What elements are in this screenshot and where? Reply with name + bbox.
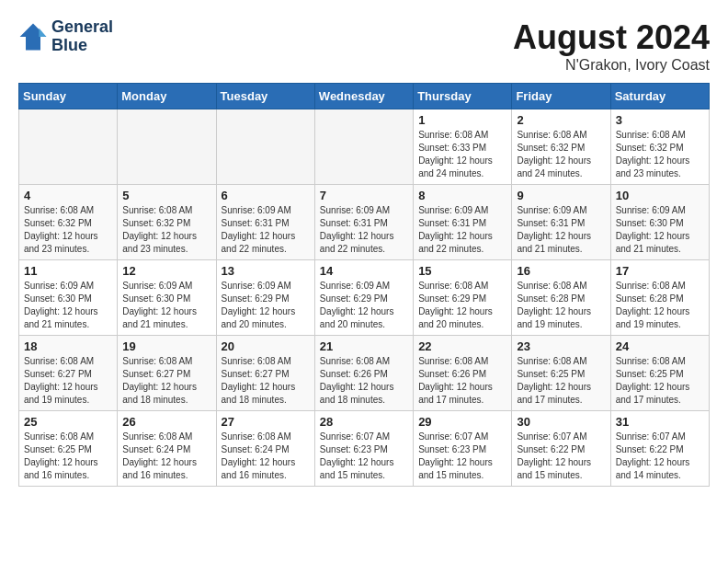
day-number: 8 <box>418 189 506 202</box>
day-info: Sunrise: 6:09 AM Sunset: 6:30 PM Dayligh… <box>24 280 112 331</box>
calendar-cell: 3Sunrise: 6:08 AM Sunset: 6:32 PM Daylig… <box>610 109 709 185</box>
day-info: Sunrise: 6:08 AM Sunset: 6:32 PM Dayligh… <box>616 129 704 180</box>
day-info: Sunrise: 6:07 AM Sunset: 6:23 PM Dayligh… <box>418 431 506 482</box>
calendar-cell: 10Sunrise: 6:09 AM Sunset: 6:30 PM Dayli… <box>610 185 709 260</box>
calendar-table: SundayMondayTuesdayWednesdayThursdayFrid… <box>18 83 710 487</box>
day-number: 21 <box>320 339 408 353</box>
day-info: Sunrise: 6:08 AM Sunset: 6:27 PM Dayligh… <box>122 355 210 407</box>
day-number: 16 <box>517 264 605 278</box>
svg-marker-1 <box>39 28 46 37</box>
calendar-week-row: 4Sunrise: 6:08 AM Sunset: 6:32 PM Daylig… <box>19 185 710 260</box>
calendar-cell: 9Sunrise: 6:09 AM Sunset: 6:31 PM Daylig… <box>512 185 610 260</box>
calendar-cell: 30Sunrise: 6:07 AM Sunset: 6:22 PM Dayli… <box>512 411 610 487</box>
calendar-week-row: 11Sunrise: 6:09 AM Sunset: 6:30 PM Dayli… <box>19 260 710 336</box>
calendar-cell: 6Sunrise: 6:09 AM Sunset: 6:31 PM Daylig… <box>216 185 314 260</box>
calendar-cell: 16Sunrise: 6:08 AM Sunset: 6:28 PM Dayli… <box>512 260 610 336</box>
calendar-cell: 25Sunrise: 6:08 AM Sunset: 6:25 PM Dayli… <box>19 411 118 487</box>
day-number: 19 <box>122 339 210 353</box>
weekday-header: Friday <box>512 84 610 109</box>
logo-icon <box>18 22 48 52</box>
day-number: 29 <box>418 415 506 429</box>
day-number: 23 <box>517 339 605 353</box>
calendar-cell <box>314 109 413 185</box>
calendar-cell: 28Sunrise: 6:07 AM Sunset: 6:23 PM Dayli… <box>314 411 413 487</box>
calendar-cell: 12Sunrise: 6:09 AM Sunset: 6:30 PM Dayli… <box>118 260 216 336</box>
day-number: 10 <box>616 189 704 202</box>
day-info: Sunrise: 6:07 AM Sunset: 6:22 PM Dayligh… <box>517 431 605 482</box>
calendar-week-row: 25Sunrise: 6:08 AM Sunset: 6:25 PM Dayli… <box>19 411 710 487</box>
day-number: 1 <box>418 113 506 127</box>
day-number: 6 <box>222 189 310 202</box>
calendar-cell <box>118 109 216 185</box>
weekday-header: Tuesday <box>216 84 314 109</box>
calendar-cell: 2Sunrise: 6:08 AM Sunset: 6:32 PM Daylig… <box>512 109 610 185</box>
day-info: Sunrise: 6:08 AM Sunset: 6:27 PM Dayligh… <box>222 355 310 407</box>
day-number: 25 <box>24 415 112 429</box>
day-info: Sunrise: 6:07 AM Sunset: 6:22 PM Dayligh… <box>616 431 704 482</box>
day-info: Sunrise: 6:09 AM Sunset: 6:31 PM Dayligh… <box>320 204 408 256</box>
day-number: 18 <box>24 339 112 353</box>
calendar-cell: 4Sunrise: 6:08 AM Sunset: 6:32 PM Daylig… <box>19 185 118 260</box>
day-info: Sunrise: 6:08 AM Sunset: 6:27 PM Dayligh… <box>24 355 112 407</box>
title-block: August 2024 N'Grakon, Ivory Coast <box>513 18 710 74</box>
day-info: Sunrise: 6:08 AM Sunset: 6:29 PM Dayligh… <box>418 280 506 331</box>
weekday-header: Saturday <box>610 84 709 109</box>
day-info: Sunrise: 6:08 AM Sunset: 6:26 PM Dayligh… <box>418 355 506 407</box>
day-info: Sunrise: 6:09 AM Sunset: 6:30 PM Dayligh… <box>616 204 704 256</box>
day-number: 15 <box>418 264 506 278</box>
calendar-cell: 18Sunrise: 6:08 AM Sunset: 6:27 PM Dayli… <box>19 336 118 411</box>
day-info: Sunrise: 6:08 AM Sunset: 6:28 PM Dayligh… <box>616 280 704 331</box>
day-number: 14 <box>320 264 408 278</box>
page-header: General Blue August 2024 N'Grakon, Ivory… <box>18 18 710 74</box>
day-info: Sunrise: 6:09 AM Sunset: 6:29 PM Dayligh… <box>320 280 408 331</box>
day-number: 26 <box>122 415 210 429</box>
calendar-cell: 29Sunrise: 6:07 AM Sunset: 6:23 PM Dayli… <box>414 411 512 487</box>
day-info: Sunrise: 6:07 AM Sunset: 6:23 PM Dayligh… <box>320 431 408 482</box>
calendar-cell: 23Sunrise: 6:08 AM Sunset: 6:25 PM Dayli… <box>512 336 610 411</box>
day-number: 7 <box>320 189 408 202</box>
day-number: 9 <box>517 189 605 202</box>
day-number: 5 <box>122 189 210 202</box>
calendar-cell: 24Sunrise: 6:08 AM Sunset: 6:25 PM Dayli… <box>610 336 709 411</box>
calendar-cell: 5Sunrise: 6:08 AM Sunset: 6:32 PM Daylig… <box>118 185 216 260</box>
calendar-cell: 27Sunrise: 6:08 AM Sunset: 6:24 PM Dayli… <box>216 411 314 487</box>
weekday-header: Sunday <box>19 84 118 109</box>
calendar-cell: 22Sunrise: 6:08 AM Sunset: 6:26 PM Dayli… <box>414 336 512 411</box>
day-info: Sunrise: 6:08 AM Sunset: 6:24 PM Dayligh… <box>122 431 210 482</box>
day-info: Sunrise: 6:09 AM Sunset: 6:30 PM Dayligh… <box>122 280 210 331</box>
calendar-cell: 7Sunrise: 6:09 AM Sunset: 6:31 PM Daylig… <box>314 185 413 260</box>
day-info: Sunrise: 6:08 AM Sunset: 6:25 PM Dayligh… <box>24 431 112 482</box>
day-info: Sunrise: 6:08 AM Sunset: 6:32 PM Dayligh… <box>24 204 112 256</box>
day-info: Sunrise: 6:09 AM Sunset: 6:31 PM Dayligh… <box>517 204 605 256</box>
calendar-cell: 21Sunrise: 6:08 AM Sunset: 6:26 PM Dayli… <box>314 336 413 411</box>
calendar-cell: 1Sunrise: 6:08 AM Sunset: 6:33 PM Daylig… <box>414 109 512 185</box>
day-number: 22 <box>418 339 506 353</box>
day-info: Sunrise: 6:08 AM Sunset: 6:32 PM Dayligh… <box>517 129 605 180</box>
calendar-cell: 20Sunrise: 6:08 AM Sunset: 6:27 PM Dayli… <box>216 336 314 411</box>
logo-text: General Blue <box>51 18 113 55</box>
calendar-cell: 31Sunrise: 6:07 AM Sunset: 6:22 PM Dayli… <box>610 411 709 487</box>
day-number: 28 <box>320 415 408 429</box>
calendar-cell: 8Sunrise: 6:09 AM Sunset: 6:31 PM Daylig… <box>414 185 512 260</box>
day-number: 27 <box>222 415 310 429</box>
day-number: 31 <box>616 415 704 429</box>
day-info: Sunrise: 6:09 AM Sunset: 6:31 PM Dayligh… <box>418 204 506 256</box>
day-number: 11 <box>24 264 112 278</box>
calendar-cell: 11Sunrise: 6:09 AM Sunset: 6:30 PM Dayli… <box>19 260 118 336</box>
day-number: 12 <box>122 264 210 278</box>
day-info: Sunrise: 6:09 AM Sunset: 6:29 PM Dayligh… <box>222 280 310 331</box>
calendar-cell: 26Sunrise: 6:08 AM Sunset: 6:24 PM Dayli… <box>118 411 216 487</box>
weekday-header: Monday <box>118 84 216 109</box>
location: N'Grakon, Ivory Coast <box>513 57 710 74</box>
weekday-header-row: SundayMondayTuesdayWednesdayThursdayFrid… <box>19 84 710 109</box>
calendar-cell: 13Sunrise: 6:09 AM Sunset: 6:29 PM Dayli… <box>216 260 314 336</box>
weekday-header: Wednesday <box>314 84 413 109</box>
weekday-header: Thursday <box>414 84 512 109</box>
day-number: 13 <box>222 264 310 278</box>
day-number: 17 <box>616 264 704 278</box>
day-number: 20 <box>222 339 310 353</box>
logo: General Blue <box>18 18 113 55</box>
day-number: 30 <box>517 415 605 429</box>
calendar-cell: 19Sunrise: 6:08 AM Sunset: 6:27 PM Dayli… <box>118 336 216 411</box>
day-info: Sunrise: 6:08 AM Sunset: 6:25 PM Dayligh… <box>517 355 605 407</box>
